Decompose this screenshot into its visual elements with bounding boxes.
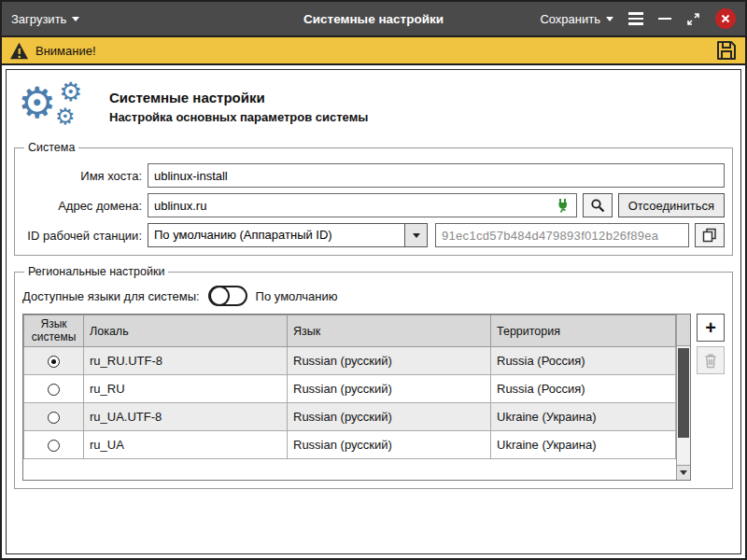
locale-cell: ru_UA.UTF-8 <box>84 403 288 431</box>
language-cell: Russian (русский) <box>288 375 491 403</box>
language-cell: Russian (русский) <box>288 347 491 375</box>
territory-cell: Ukraine (Украина) <box>491 431 676 459</box>
languages-label: Доступные языки для системы: <box>22 289 200 303</box>
header-territory: Территория <box>491 315 676 347</box>
station-id-selected-option: По умолчанию (Аппаратный ID) <box>148 224 404 246</box>
chevron-down-icon <box>606 17 613 21</box>
titlebar: Загрузить Системные настройки Сохранить <box>2 2 745 35</box>
locale-radio[interactable] <box>48 384 60 396</box>
hostname-input[interactable] <box>148 163 725 188</box>
domain-input[interactable] <box>148 193 577 217</box>
arrow-down-icon <box>680 470 687 475</box>
locale-table: Язык системы Локаль Язык Территория ru_R… <box>22 314 691 481</box>
copy-icon <box>702 228 717 243</box>
locale-cell: ru_UA <box>84 431 288 459</box>
floppy-save-icon <box>715 39 738 62</box>
main-content: ⚙ ⚙ ⚙ Системные настройки Настройка осно… <box>6 69 741 554</box>
chevron-down-icon <box>72 17 79 21</box>
page-subtitle: Настройка основных параметров системы <box>109 110 368 124</box>
language-cell: Russian (русский) <box>288 403 491 431</box>
page-title: Системные настройки <box>109 90 368 105</box>
warning-label: Внимание! <box>35 44 96 58</box>
language-cell: Russian (русский) <box>288 431 491 459</box>
combo-dropdown-button[interactable] <box>404 224 427 246</box>
app-window: Загрузить Системные настройки Сохранить <box>0 0 747 560</box>
scrollbar-thumb[interactable] <box>678 348 689 438</box>
regional-group: Региональные настройки Доступные языки д… <box>14 265 733 489</box>
system-group: Система Имя хоста: Адрес домена: <box>14 141 733 256</box>
toggle-state-label: По умолчанию <box>256 289 338 303</box>
locale-table-body: ru_RU.UTF-8 Russian (русский) Russia (Ро… <box>24 347 676 459</box>
station-id-hash-field[interactable] <box>435 223 689 247</box>
menu-button[interactable] <box>628 12 643 25</box>
hamburger-icon <box>628 12 643 25</box>
table-header-row: Язык системы Локаль Язык Территория <box>24 315 676 347</box>
minimize-icon <box>658 18 671 21</box>
radio-cell <box>24 347 84 375</box>
maximize-button[interactable] <box>686 12 700 26</box>
load-menu-button[interactable]: Загрузить <box>11 12 79 26</box>
locale-radio[interactable] <box>48 356 60 368</box>
table-row[interactable]: ru_UA Russian (русский) Ukraine (Украина… <box>24 431 676 459</box>
territory-cell: Russia (Россия) <box>491 347 676 375</box>
save-menu-label: Сохранить <box>540 12 600 26</box>
search-domain-button[interactable] <box>583 193 613 217</box>
locale-cell: ru_RU.UTF-8 <box>84 347 288 375</box>
table-row[interactable]: ru_UA.UTF-8 Russian (русский) Ukraine (У… <box>24 403 676 431</box>
disconnect-button[interactable]: Отсоединиться <box>618 193 725 217</box>
minimize-button[interactable] <box>658 18 671 21</box>
domain-label: Адрес домена: <box>22 199 142 213</box>
hostname-label: Имя хоста: <box>22 169 142 183</box>
radio-cell <box>24 431 84 459</box>
gears-icon: ⚙ ⚙ ⚙ <box>16 79 96 133</box>
load-menu-label: Загрузить <box>11 12 66 26</box>
station-id-select[interactable]: По умолчанию (Аппаратный ID) <box>148 223 428 247</box>
radio-cell <box>24 375 84 403</box>
table-row[interactable]: ru_RU Russian (русский) Russia (Россия) <box>24 375 676 403</box>
regional-group-legend: Региональные настройки <box>24 265 168 278</box>
scrollbar-cap <box>677 315 690 346</box>
territory-cell: Ukraine (Украина) <box>491 403 676 431</box>
locale-cell: ru_RU <box>84 375 288 403</box>
system-group-legend: Система <box>24 141 78 154</box>
warning-icon <box>9 42 29 60</box>
delete-locale-button[interactable] <box>697 346 725 374</box>
trash-icon <box>703 353 718 369</box>
page-header: ⚙ ⚙ ⚙ Системные настройки Настройка осно… <box>7 70 740 141</box>
expand-icon <box>686 12 700 26</box>
radio-cell <box>24 403 84 431</box>
copy-id-button[interactable] <box>695 223 725 247</box>
station-id-label: ID рабочей станции: <box>22 229 142 243</box>
locale-radio[interactable] <box>48 412 60 424</box>
save-menu-button[interactable]: Сохранить <box>540 12 613 26</box>
close-icon <box>715 8 736 29</box>
search-icon <box>590 198 605 213</box>
add-locale-button[interactable]: + <box>697 314 725 342</box>
close-button[interactable] <box>715 8 736 29</box>
warning-bar: Внимание! <box>2 35 745 65</box>
header-system-language: Язык системы <box>24 315 84 347</box>
scroll-down-button[interactable] <box>677 465 690 480</box>
toggle-knob <box>209 286 230 306</box>
save-settings-button[interactable] <box>715 39 738 62</box>
languages-toggle[interactable] <box>208 286 247 306</box>
locale-radio[interactable] <box>48 440 60 452</box>
header-locale: Локаль <box>84 315 288 347</box>
vertical-scrollbar[interactable] <box>676 315 690 480</box>
chevron-down-icon <box>413 233 420 238</box>
territory-cell: Russia (Россия) <box>491 375 676 403</box>
table-row[interactable]: ru_RU.UTF-8 Russian (русский) Russia (Ро… <box>24 347 676 375</box>
header-language: Язык <box>288 315 491 347</box>
